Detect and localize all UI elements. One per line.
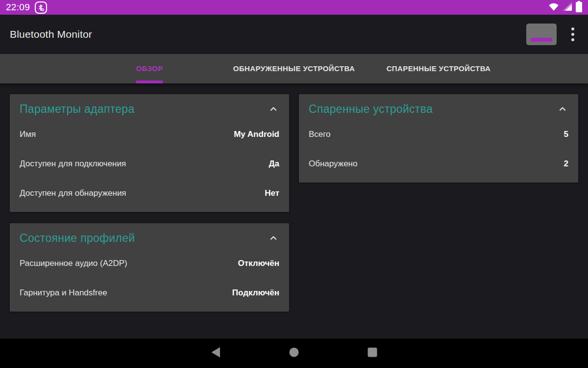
card-title: Спаренные устройства	[309, 103, 433, 116]
card-adapter-parameters: Параметры адаптера Имя My Android Доступ…	[10, 94, 289, 212]
card-title: Состояние профилей	[20, 232, 135, 245]
overflow-menu-button[interactable]	[566, 25, 579, 44]
info-row: Всего 5	[309, 120, 568, 149]
row-value: Да	[269, 159, 279, 169]
navigation-bar	[0, 339, 588, 368]
tab-overview[interactable]: ОБЗОР	[77, 54, 222, 83]
info-row: Имя My Android	[20, 120, 279, 149]
app-bar: Bluetooth Monitor	[0, 15, 588, 54]
info-row: Гарнитура и Handsfree Подключён	[20, 278, 279, 308]
overview-content: Параметры адаптера Имя My Android Доступ…	[0, 83, 588, 339]
bluetooth-scanning-icon	[35, 1, 47, 14]
app-bar-actions	[526, 24, 579, 45]
status-bar[interactable]: 22:09	[0, 0, 588, 15]
info-row: Обнаружено 2	[309, 149, 568, 179]
status-bar-right	[548, 1, 582, 14]
card-rows: Всего 5 Обнаружено 2	[309, 120, 568, 179]
wifi-icon	[548, 2, 559, 13]
card-paired-devices-header[interactable]: Спаренные устройства	[309, 101, 568, 117]
info-row: Доступен для обнаружения Нет	[20, 179, 279, 208]
cell-signal-icon	[563, 2, 572, 13]
info-row: Доступен для подключения Да	[20, 149, 279, 179]
chevron-up-icon[interactable]	[268, 103, 279, 115]
card-profile-states-header[interactable]: Состояние профилей	[20, 230, 279, 246]
card-title: Параметры адаптера	[20, 103, 135, 116]
bluetooth-state-indicator	[531, 38, 552, 42]
row-label: Доступен для подключения	[20, 159, 126, 169]
bluetooth-toggle-button[interactable]	[526, 24, 557, 45]
card-adapter-parameters-header[interactable]: Параметры адаптера	[20, 101, 279, 117]
row-label: Расширенное аудио (A2DP)	[20, 259, 127, 268]
row-value: My Android	[234, 130, 279, 139]
home-button[interactable]	[255, 339, 333, 368]
row-label: Гарнитура и Handsfree	[20, 288, 107, 298]
row-label: Обнаружено	[309, 159, 357, 169]
row-value: 2	[564, 159, 568, 169]
card-paired-devices: Спаренные устройства Всего 5 Обнаружено …	[299, 94, 578, 183]
chevron-up-icon[interactable]	[557, 103, 568, 115]
card-profile-states: Состояние профилей Расширенное аудио (A2…	[10, 223, 289, 312]
chevron-up-icon[interactable]	[268, 232, 279, 244]
back-button[interactable]	[176, 339, 255, 368]
card-rows: Имя My Android Доступен для подключения …	[20, 120, 279, 208]
row-value: Отключён	[238, 259, 279, 268]
tab-paired-devices[interactable]: СПАРЕННЫЕ УСТРОЙСТВА	[367, 54, 511, 83]
recents-button[interactable]	[333, 339, 412, 368]
row-label: Имя	[20, 130, 36, 139]
row-value: 5	[564, 130, 568, 139]
status-bar-left: 22:09	[6, 1, 47, 14]
home-icon	[289, 347, 299, 359]
row-value: Подключён	[232, 288, 279, 298]
battery-icon	[576, 1, 582, 14]
recents-icon	[368, 347, 377, 359]
row-label: Доступен для обнаружения	[20, 188, 126, 198]
clock: 22:09	[6, 2, 30, 13]
row-value: Нет	[265, 188, 279, 198]
tab-bar: ОБЗОР ОБНАРУЖЕННЫЕ УСТРОЙСТВА СПАРЕННЫЕ …	[0, 54, 588, 83]
right-column: Спаренные устройства Всего 5 Обнаружено …	[299, 94, 578, 328]
card-rows: Расширенное аудио (A2DP) Отключён Гарнит…	[20, 249, 279, 308]
left-column: Параметры адаптера Имя My Android Доступ…	[10, 94, 289, 328]
bluetooth-monitor-app: 22:09	[0, 0, 588, 368]
tab-discovered-devices[interactable]: ОБНАРУЖЕННЫЕ УСТРОЙСТВА	[222, 54, 367, 83]
back-icon	[210, 346, 221, 360]
row-label: Всего	[309, 130, 331, 139]
info-row: Расширенное аудио (A2DP) Отключён	[20, 249, 279, 278]
app-title: Bluetooth Monitor	[10, 28, 92, 40]
